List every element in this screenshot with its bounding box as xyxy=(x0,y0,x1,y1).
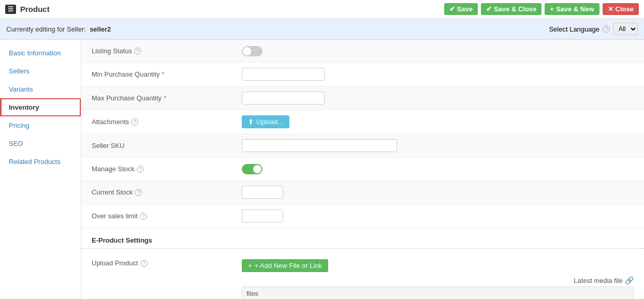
current-stock-input[interactable]: 11 xyxy=(242,186,283,199)
seller-sku-label: Seller SKU xyxy=(92,142,242,150)
close-button[interactable]: ✕ Close xyxy=(603,3,639,15)
add-icon: + xyxy=(248,262,252,270)
topbar: ☰ Product ✔ Save ✔ Save & Close + Save &… xyxy=(0,0,644,19)
over-sales-limit-row: Over sales limit ? 0 xyxy=(81,204,644,228)
save-new-button[interactable]: + Save & New xyxy=(545,3,599,15)
save-new-icon: + xyxy=(550,5,554,13)
topbar-left: ☰ Product xyxy=(5,5,50,14)
manage-stock-slider xyxy=(242,164,262,174)
language-select[interactable]: All xyxy=(613,23,638,35)
files-table: files Vdscse 📄 xyxy=(242,287,634,299)
max-purchase-row: Max Purchase Quantity * 0 xyxy=(81,86,644,110)
save-icon: ✔ xyxy=(449,5,455,13)
save-close-button[interactable]: ✔ Save & Close xyxy=(481,3,541,15)
sidebar-item-variants[interactable]: Variants xyxy=(0,80,81,98)
listing-status-row: Listing Status ? xyxy=(81,40,644,63)
attachments-help-icon: ? xyxy=(131,118,138,126)
main-content: Listing Status ? Min Purchase Quantity *… xyxy=(81,40,644,299)
min-purchase-input[interactable]: 1 xyxy=(242,68,325,81)
max-purchase-required: * xyxy=(164,94,166,102)
sidebar-item-basic-information[interactable]: Basic Information xyxy=(0,44,81,62)
over-sales-limit-input[interactable]: 0 xyxy=(242,210,283,222)
page-title: Product xyxy=(20,5,50,13)
current-stock-row: Current Stock ? 11 xyxy=(81,181,644,204)
eproduct-area: Upload Product ? + + Add New File or Lin… xyxy=(81,249,644,299)
max-purchase-input[interactable]: 0 xyxy=(242,92,325,104)
eproduct-content: + + Add New File or Link Latest media fi… xyxy=(242,259,634,299)
manage-stock-toggle[interactable] xyxy=(242,164,262,174)
attachments-row: Attachments ? ⬆ Upload... xyxy=(81,110,644,134)
language-selector[interactable]: Select Language ? All xyxy=(549,23,638,35)
manage-stock-label: Manage Stock ? xyxy=(92,165,242,173)
max-purchase-label: Max Purchase Quantity * xyxy=(92,94,242,102)
latest-media-icon[interactable]: 🔗 xyxy=(625,276,634,285)
sidebar-item-related-products[interactable]: Related Products xyxy=(0,153,81,171)
save-button[interactable]: ✔ Save xyxy=(444,3,478,15)
upload-product-label: Upload Product ? xyxy=(92,259,242,267)
manage-stock-row: Manage Stock ? xyxy=(81,158,644,181)
seller-name: seller2 xyxy=(90,25,111,33)
min-purchase-row: Min Purchase Quantity * 1 xyxy=(81,63,644,86)
listing-status-label: Listing Status ? xyxy=(92,47,242,55)
upload-button[interactable]: ⬆ Upload... xyxy=(242,115,289,128)
sidebar: Basic Information Sellers Variants Inven… xyxy=(0,40,81,299)
close-icon: ✕ xyxy=(608,5,613,13)
main-layout: Basic Information Sellers Variants Inven… xyxy=(0,40,644,299)
app-logo: ☰ xyxy=(5,5,16,14)
attachments-label: Attachments ? xyxy=(92,118,242,126)
manage-stock-help-icon: ? xyxy=(137,166,144,173)
seller-sku-row: Seller SKU xyxy=(81,134,644,158)
sidebar-item-pricing[interactable]: Pricing xyxy=(0,116,81,134)
files-col-header: files xyxy=(242,287,634,300)
upload-product-row: Upload Product ? + + Add New File or Lin… xyxy=(92,254,634,299)
upload-product-help-icon: ? xyxy=(140,260,148,267)
over-sales-limit-label: Over sales limit ? xyxy=(92,212,242,220)
sidebar-item-inventory[interactable]: Inventory xyxy=(0,98,81,116)
latest-media-header: Latest media file 🔗 xyxy=(242,276,634,285)
current-stock-help-icon: ? xyxy=(135,189,142,196)
topbar-actions: ✔ Save ✔ Save & Close + Save & New ✕ Clo… xyxy=(444,3,639,15)
current-stock-label: Current Stock ? xyxy=(92,188,242,196)
add-file-button[interactable]: + + Add New File or Link xyxy=(242,259,328,272)
over-sales-limit-help-icon: ? xyxy=(140,213,147,220)
save-close-icon: ✔ xyxy=(486,5,492,13)
min-purchase-label: Min Purchase Quantity * xyxy=(92,70,242,78)
listing-status-slider xyxy=(242,46,262,56)
language-help-icon: ? xyxy=(603,25,610,33)
eproduct-section-header: E-Product Settings xyxy=(81,228,644,249)
upload-icon: ⬆ xyxy=(248,118,254,126)
listing-status-toggle[interactable] xyxy=(242,46,262,56)
listing-status-help-icon: ? xyxy=(134,48,141,55)
subtitle-bar: Currently editing for Seller: seller2 Se… xyxy=(0,19,644,40)
editing-info: Currently editing for Seller: seller2 xyxy=(6,25,111,33)
min-purchase-required: * xyxy=(162,70,165,78)
sidebar-item-sellers[interactable]: Sellers xyxy=(0,62,81,80)
sidebar-item-seo[interactable]: SEO xyxy=(0,134,81,153)
seller-sku-input[interactable] xyxy=(242,139,397,152)
